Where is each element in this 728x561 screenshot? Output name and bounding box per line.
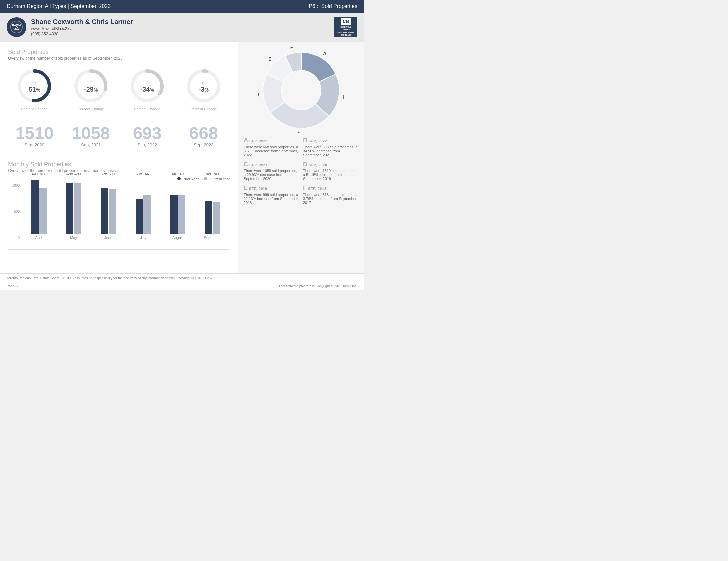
top-bar: Durham Region All Types | September, 202…: [0, 0, 364, 13]
donut-wrapper-1: ⌂ -29%: [71, 66, 111, 106]
stats-row: 1510 Sep, 2020 1058 Sep, 2021 693 Sep, 2…: [8, 125, 230, 153]
bars-2: 979 944: [101, 178, 116, 234]
donut-label-2: Percent Change: [134, 107, 161, 111]
donut-value-3: -3%: [199, 86, 209, 93]
legend-letter-b: B: [303, 137, 307, 144]
donut-label-1: Percent Change: [78, 107, 104, 111]
pie-label-c: C: [297, 132, 300, 133]
bar-group-july: 740 827 July: [126, 178, 161, 240]
bar-current-2: 944: [109, 178, 116, 234]
stat-label-1: Sep, 2021: [64, 142, 118, 147]
house-icon-2: ⌂: [145, 79, 149, 85]
legend-letter-c: C: [244, 161, 248, 168]
bar-month-4: August: [172, 236, 183, 240]
stat-label-3: Sep, 2023: [177, 142, 230, 147]
legend-letter-a: A: [244, 137, 248, 144]
legend-item-a: A SEP, 2023 There were 668 sold properti…: [244, 137, 299, 157]
legend-item-f: F SEP, 2018 There were 818 sold properti…: [303, 185, 359, 205]
top-bar-left: Durham Region All Types | September, 202…: [7, 3, 111, 9]
bar-prior-5: 693: [205, 178, 212, 234]
house-icon-1: ⌂: [89, 79, 93, 85]
header-left: RE/MAX REALTY Shane Coxworth & Chris Lar…: [7, 17, 133, 37]
stat-item-3: 668 Sep, 2023: [177, 125, 230, 147]
sold-properties-subtitle: Overview of the number of sold propertie…: [8, 56, 230, 61]
main-content: Sold Properties Overview of the number o…: [0, 42, 364, 273]
monthly-title: Monthly Sold Properties: [8, 161, 230, 168]
bar-prior-0: 1134: [31, 178, 39, 234]
legend-year-c: SEP, 2021: [249, 163, 268, 167]
agent-phone: (905) 852-4338: [31, 32, 133, 36]
pie-label-a: A: [323, 51, 326, 56]
bar-month-5: September: [204, 236, 222, 240]
donut-value-0: 51%: [29, 86, 40, 93]
pie-label-d: D: [258, 92, 259, 97]
donut-card-0: ⌂ 51% Percent Change: [8, 66, 61, 111]
stat-item-0: 1510 Sep, 2020: [8, 125, 61, 147]
bars-1: 1089 1083: [66, 178, 81, 234]
bar-group-june: 979 944 June: [91, 178, 126, 240]
legend-text-f: There were 818 sold properties, a 3.76% …: [303, 193, 359, 205]
bars-4: 825 817: [170, 178, 185, 234]
bar-current-5: 668: [213, 178, 220, 234]
bar-chart: 1000 500 0 1134 977 April 1089 1083: [8, 184, 230, 250]
bar-current-3: 827: [143, 178, 151, 234]
stat-value-0: 1510: [8, 125, 61, 142]
bars-5: 693 668: [205, 178, 220, 234]
bar-month-1: May: [70, 236, 77, 240]
legend-year-b: SEP, 2022: [309, 140, 327, 143]
donut-label-3: Percent Change: [190, 107, 217, 111]
legend-item-c: C SEP, 2021 There were 1058 sold propert…: [244, 161, 299, 181]
right-panel: ABCDEF A SEP, 2023 There were 668 sold p…: [238, 42, 364, 273]
footer-page-info: Page 6/13 This software program is Copyr…: [0, 282, 364, 290]
y-axis: 1000 500 0: [8, 184, 21, 240]
bar-prior-4: 825: [170, 178, 178, 234]
donut-wrapper-2: ⌂ -34%: [127, 66, 167, 106]
donut-wrapper-3: ⌂ -3%: [184, 66, 223, 106]
bar-group-april: 1134 977 April: [21, 178, 56, 240]
footer-disclaimer: Toronto Regional Real Estate Board (TRRE…: [0, 273, 364, 282]
legend-year-f: SEP, 2018: [308, 187, 327, 191]
legend-grid: A SEP, 2023 There were 668 sold properti…: [244, 137, 359, 205]
agent-logo: RE/MAX REALTY: [7, 17, 26, 37]
stat-value-3: 668: [177, 125, 230, 142]
coldwell-banker-logo: CB COLDWELLBANKERR.M.B. REAL ESTATEBROKE…: [334, 17, 357, 37]
header: RE/MAX REALTY Shane Coxworth & Chris Lar…: [0, 13, 364, 42]
bar-current-4: 817: [178, 178, 185, 234]
stat-label-2: Sep, 2022: [121, 142, 174, 147]
bar-group-september: 693 668 September: [195, 178, 230, 240]
bar-current-0: 977: [39, 178, 47, 234]
bar-prior-1: 1089: [66, 178, 73, 234]
donut-card-3: ⌂ -3% Percent Change: [177, 66, 230, 111]
agent-info: Shane Coxworth & Chris Larmer www.Powero…: [31, 18, 133, 36]
donut-wrapper-0: ⌂ 51%: [15, 66, 54, 106]
legend-year-a: SEP, 2023: [249, 140, 268, 143]
stat-item-1: 1058 Sep, 2021: [64, 125, 118, 147]
bar-month-2: June: [104, 236, 112, 240]
stat-label-0: Sep, 2020: [8, 142, 61, 147]
legend-year-d: SEP, 2020: [309, 163, 327, 167]
bar-group-august: 825 817 August: [161, 178, 195, 240]
legend-year-e: SEP, 2019: [249, 187, 267, 191]
donut-value-2: -34%: [141, 86, 154, 93]
legend-letter-d: D: [303, 161, 307, 168]
legend-item-d: D SEP, 2020 There were 1510 sold propert…: [303, 161, 359, 181]
donut-row: ⌂ 51% Percent Change ⌂ -29% Percent Chan…: [8, 66, 230, 118]
donut-card-1: ⌂ -29% Percent Change: [64, 66, 118, 111]
agent-name: Shane Coxworth & Chris Larmer: [31, 18, 133, 26]
legend-letter-f: F: [303, 185, 307, 192]
top-bar-right: P6 :: Sold Properties: [309, 3, 357, 9]
legend-text-a: There were 668 sold properties, a 3.61% …: [244, 145, 299, 157]
svg-text:RE/MAX: RE/MAX: [12, 24, 21, 26]
big-donut: ABCDEF: [258, 47, 344, 133]
svg-point-0: [11, 21, 22, 33]
bar-prior-2: 979: [101, 178, 108, 234]
left-panel: Sold Properties Overview of the number o…: [0, 42, 238, 273]
bar-month-3: July: [140, 236, 146, 240]
legend-letter-e: E: [244, 185, 248, 192]
house-icon-3: ⌂: [202, 79, 205, 85]
bars-3: 740 827: [136, 178, 151, 234]
agent-website: www.PowerofBluex2.ca: [31, 26, 133, 31]
copyright: This software program is Copyright © 202…: [278, 284, 357, 288]
legend-text-b: There were 693 sold properties, a 34.50%…: [303, 145, 359, 157]
page-number: Page 6/13: [7, 284, 22, 288]
